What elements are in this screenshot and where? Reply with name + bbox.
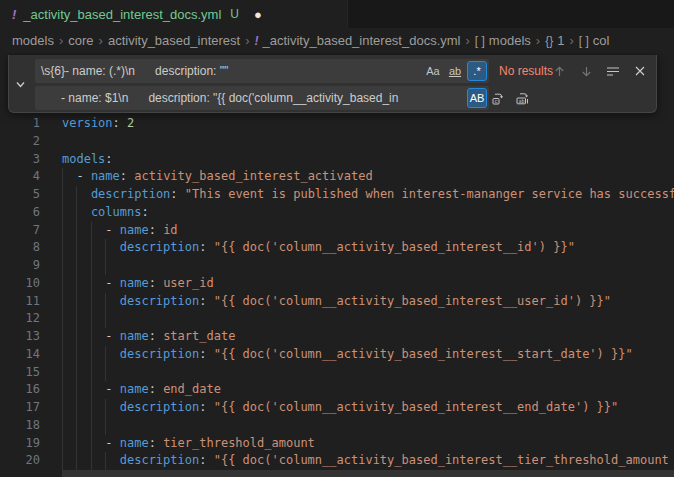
breadcrumb-separator: › — [536, 33, 540, 48]
line-number: 15 — [0, 364, 40, 382]
next-match-button[interactable] — [576, 61, 596, 81]
indent-guide — [91, 435, 105, 453]
indent-guide — [62, 239, 76, 257]
line-number: 9 — [0, 257, 40, 275]
indent-guide — [91, 364, 105, 382]
breadcrumb-item[interactable]: core — [68, 33, 93, 48]
symbol-object-icon: {} — [545, 34, 553, 48]
indent-guide — [91, 346, 105, 364]
tab-activity-based-interest-docs[interactable]: ! _activity_based_interest_docs.yml U ● — [0, 0, 348, 28]
indent-guide — [91, 399, 105, 417]
indent-guide — [76, 435, 90, 453]
breadcrumb-separator: › — [245, 33, 249, 48]
find-results-status: No results — [499, 59, 553, 83]
indent-guide — [76, 275, 90, 293]
code-area[interactable]: 1version: 223models:4- name: activity_ba… — [0, 115, 674, 470]
breadcrumb-label: col — [593, 33, 610, 48]
replace-all-button[interactable]: ab — [513, 88, 533, 108]
indent-guide — [91, 452, 105, 470]
breadcrumb-item[interactable]: activity_based_interest — [108, 33, 240, 48]
yaml-file-icon: ! — [255, 34, 259, 48]
arrow-down-icon — [580, 65, 593, 78]
find-input[interactable]: \s{6}- name: (.*)\n description: "" Aa a… — [35, 59, 489, 83]
line-number: 5 — [0, 186, 40, 204]
line-number: 13 — [0, 328, 40, 346]
editor-pane[interactable]: 1version: 223models:4- name: activity_ba… — [0, 53, 674, 477]
preserve-case-button[interactable]: AB — [467, 88, 487, 108]
modified-dot-icon[interactable]: ● — [254, 8, 262, 21]
indent-guide — [62, 417, 76, 435]
code-line: 3models: — [0, 151, 674, 169]
close-find-widget-button[interactable] — [630, 61, 650, 81]
find-in-selection-button[interactable] — [603, 61, 623, 81]
breadcrumb-item[interactable]: !_activity_based_interest_docs.yml — [255, 33, 461, 48]
line-number: 3 — [0, 151, 40, 169]
breadcrumb-item[interactable]: [ ]col — [579, 33, 610, 48]
indent-guide — [91, 310, 105, 328]
indent-guide — [91, 328, 105, 346]
indent-guide — [76, 381, 90, 399]
code-line: 9 — [0, 257, 674, 275]
breadcrumb: models›core›activity_based_interest›!_ac… — [0, 28, 674, 53]
previous-match-button[interactable] — [549, 61, 569, 81]
line-number: 16 — [0, 381, 40, 399]
indent-guide — [62, 381, 76, 399]
replace-all-icon: ab — [515, 91, 531, 106]
line-number: 12 — [0, 310, 40, 328]
symbol-array-icon: [ ] — [475, 34, 485, 48]
line-number: 6 — [0, 204, 40, 222]
code-line: 10- name: user_id — [0, 275, 674, 293]
code-line: 5description: "This event is published w… — [0, 186, 674, 204]
indent-guide — [62, 186, 76, 204]
indent-guide — [62, 435, 76, 453]
code-line: 18 — [0, 417, 674, 435]
chevron-down-icon — [15, 79, 26, 90]
git-status-badge: U — [230, 7, 239, 21]
line-number: 11 — [0, 293, 40, 311]
indent-guide — [91, 257, 105, 275]
match-case-button[interactable]: Aa — [423, 61, 443, 81]
replace-button[interactable]: c — [488, 88, 508, 108]
indent-guide — [62, 310, 76, 328]
toggle-replace-button[interactable] — [12, 76, 28, 92]
line-number: 14 — [0, 346, 40, 364]
indent-guide — [76, 346, 90, 364]
breadcrumb-separator: › — [466, 33, 470, 48]
indent-guide — [91, 293, 105, 311]
arrow-up-icon — [553, 65, 566, 78]
replace-input[interactable]: - name: $1\n description: "{{ doc('colum… — [35, 86, 489, 110]
regex-button[interactable]: .* — [467, 61, 487, 81]
indent-guide — [76, 239, 90, 257]
line-number: 8 — [0, 239, 40, 257]
breadcrumb-label: models — [489, 33, 531, 48]
line-number: 10 — [0, 275, 40, 293]
indent-guide — [62, 257, 76, 275]
breadcrumb-label: models — [12, 33, 54, 48]
breadcrumb-item[interactable]: [ ]models — [475, 33, 531, 48]
indent-guide — [91, 275, 105, 293]
indent-guide — [76, 204, 90, 222]
indent-guide — [62, 293, 76, 311]
horizontal-scrollbar[interactable] — [62, 470, 674, 477]
indent-guide — [62, 204, 76, 222]
symbol-array-icon: [ ] — [579, 34, 589, 48]
breadcrumb-label: 1 — [557, 33, 564, 48]
breadcrumb-item[interactable]: models — [12, 33, 54, 48]
line-number: 2 — [0, 133, 40, 151]
indent-guide — [62, 275, 76, 293]
yaml-file-icon: ! — [12, 7, 16, 22]
svg-text:c: c — [494, 98, 497, 104]
code-line: 6columns: — [0, 204, 674, 222]
svg-text:ab: ab — [518, 97, 524, 103]
line-number: 1 — [0, 115, 40, 133]
indent-guide — [62, 168, 76, 186]
breadcrumb-item[interactable]: {}1 — [545, 33, 564, 48]
whole-word-button[interactable]: ab — [445, 61, 465, 81]
find-input-value: \s{6}- name: (.*)\n description: "" — [35, 64, 489, 78]
indent-guide — [76, 452, 90, 470]
line-number: 4 — [0, 168, 40, 186]
indent-guide — [105, 293, 119, 311]
indent-guide — [76, 417, 90, 435]
indent-guide — [76, 257, 90, 275]
indent-guide — [62, 364, 76, 382]
